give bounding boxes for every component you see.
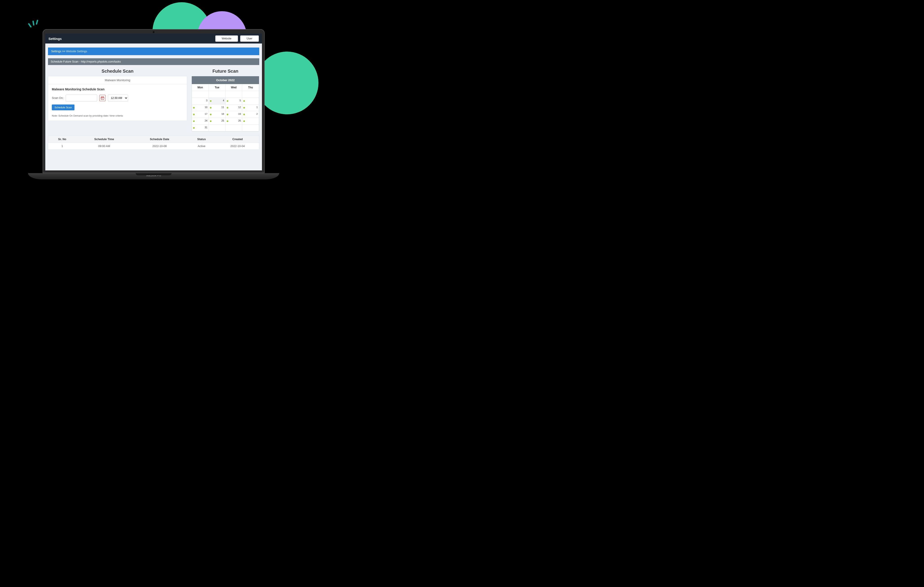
calendar-cell[interactable]: 19 [226, 111, 243, 118]
calendar-cell [226, 125, 243, 131]
scan-on-label: Scan On: [52, 96, 63, 99]
calendar-cell [242, 118, 259, 125]
calendar-cell[interactable]: 12 [226, 104, 243, 111]
calendar-cell[interactable]: 26 [226, 118, 243, 125]
calendar-day-number: 24 [205, 119, 208, 122]
calendar-cell[interactable]: 11 [209, 104, 226, 111]
event-dot-icon [227, 100, 228, 102]
tab-malware-monitoring[interactable]: Malware Monitoring [48, 76, 187, 84]
table-header: Created [216, 136, 259, 143]
calendar-day-number: 12 [238, 106, 241, 109]
table-header: Schedule Time [76, 136, 132, 143]
calendar-cell[interactable]: 4 [209, 98, 226, 104]
table-header: Schedule Date [132, 136, 187, 143]
calendar-cell [209, 125, 226, 131]
svg-rect-4 [102, 98, 102, 99]
event-dot-icon [193, 120, 195, 122]
calendar-cell [226, 91, 243, 98]
calendar-cell [192, 91, 209, 98]
calendar-cell[interactable]: 5 [226, 98, 243, 104]
decor-circle-green-2 [256, 51, 318, 114]
calendar-cell[interactable]: 3 [192, 98, 209, 104]
table-cell: 2022-10-04 [216, 143, 259, 150]
schedule-scan-button[interactable]: Schedule Scan [52, 104, 74, 110]
calendar-day-number: 11 [221, 106, 224, 109]
schedule-subtitle: Malware Monitoring Schedule Scan [52, 87, 183, 91]
calendar-dayname: Thu [242, 84, 259, 91]
schedule-card: Malware Monitoring Malware Monitoring Sc… [48, 76, 187, 121]
calendar-cell[interactable]: 10 [192, 104, 209, 111]
app-viewport: Settings Website User Settings >> Websit… [45, 34, 262, 170]
laptop-frame: Settings Website User Settings >> Websit… [43, 29, 265, 180]
table-cell: 1 [48, 143, 76, 150]
calendar-day-number: 5 [239, 99, 241, 102]
svg-rect-5 [102, 98, 103, 99]
future-scan-title: Future Scan [191, 69, 259, 74]
breadcrumb-current: Website Settings [66, 50, 87, 53]
event-dot-icon [193, 107, 195, 109]
calendar-icon[interactable] [99, 95, 106, 101]
event-dot-icon [210, 114, 211, 115]
calendar-day-number: 25 [221, 119, 224, 122]
calendar-day-number: 17 [205, 112, 208, 115]
calendar-day-number: 31 [205, 126, 208, 129]
calendar-cell [209, 91, 226, 98]
event-dot-icon [243, 120, 245, 122]
calendar-cell[interactable]: 25 [209, 118, 226, 125]
schedule-scan-title: Schedule Scan [48, 69, 187, 74]
calendar-day-number: 19 [238, 112, 241, 115]
calendar-card: October 2022 MonTueWedThu 34510111211718… [191, 76, 259, 132]
calendar-day-number: 10 [205, 106, 208, 109]
event-dot-icon [227, 120, 228, 122]
calendar-cell [242, 91, 259, 98]
calendar-cell[interactable]: 1 [242, 104, 259, 111]
calendar-cell[interactable]: 2 [242, 111, 259, 118]
calendar-month: October 2022 [192, 76, 259, 84]
calendar-day-number: 3 [206, 99, 208, 102]
page-title: Settings [48, 37, 62, 41]
calendar-cell[interactable]: 24 [192, 118, 209, 125]
camera-dot [153, 31, 155, 33]
laptop-base: MacBook Pro [28, 173, 279, 180]
calendar-cell[interactable]: 17 [192, 111, 209, 118]
table-cell: Active [187, 143, 216, 150]
event-dot-icon [243, 100, 245, 102]
calendar-cell [242, 125, 259, 131]
table-row[interactable]: 109:00 AM2022-10-08Active2022-10-04 [48, 143, 259, 150]
table-cell: 09:00 AM [76, 143, 132, 150]
scan-date-input[interactable] [66, 95, 97, 101]
calendar-day-number: 4 [223, 99, 224, 102]
calendar-cell[interactable]: 18 [209, 111, 226, 118]
breadcrumb: Settings >> Website Settings [48, 48, 259, 55]
event-dot-icon [227, 114, 228, 115]
table-cell: 2022-10-08 [132, 143, 187, 150]
user-button[interactable]: User [240, 35, 259, 42]
event-dot-icon [227, 107, 228, 109]
table-header: Status [187, 136, 216, 143]
event-dot-icon [243, 107, 245, 109]
calendar-dayname: Wed [226, 84, 243, 91]
event-dot-icon [193, 114, 195, 115]
app-header: Settings Website User [45, 34, 262, 43]
website-button[interactable]: Website [215, 35, 238, 42]
event-dot-icon [193, 127, 195, 129]
breadcrumb-root[interactable]: Settings [51, 50, 61, 53]
schedule-table: Sr. NoSchedule TimeSchedule DateStatusCr… [48, 136, 259, 150]
event-dot-icon [243, 114, 245, 115]
calendar-dayname: Tue [209, 84, 226, 91]
calendar-cell[interactable]: 31 [192, 125, 209, 131]
event-dot-icon [210, 120, 211, 122]
event-dot-icon [210, 100, 211, 102]
calendar-day-number: 26 [238, 119, 241, 122]
schedule-note: Note: Schedule On Demand scan by providi… [52, 114, 183, 117]
breadcrumb-sep: >> [62, 50, 66, 53]
calendar-cell [242, 98, 259, 104]
calendar-dayname: Mon [192, 84, 209, 91]
calendar-day-number: 1 [256, 106, 258, 109]
event-dot-icon [210, 107, 211, 109]
panel-header: Schedule Future Scan - http://reports.ph… [48, 58, 259, 65]
table-header: Sr. No [48, 136, 76, 143]
calendar-day-number: 18 [221, 112, 224, 115]
scan-time-select[interactable]: 12:30 AM [108, 95, 128, 101]
calendar-day-number: 2 [256, 112, 258, 115]
